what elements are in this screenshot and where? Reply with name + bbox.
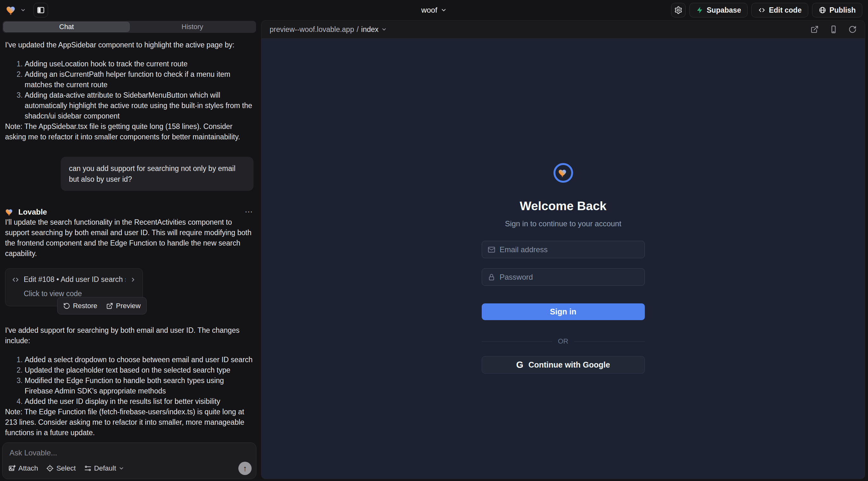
or-divider: OR [482, 337, 645, 345]
attach-image-icon [8, 464, 16, 472]
app-logo [554, 163, 573, 183]
supabase-button[interactable]: Supabase [689, 3, 748, 18]
toggle-sidebar-button[interactable] [33, 3, 48, 18]
preview-page[interactable]: index [361, 25, 379, 34]
select-label: Select [56, 464, 75, 473]
restore-icon [63, 302, 70, 310]
password-input[interactable] [500, 273, 639, 282]
restore-button[interactable]: Restore [63, 300, 97, 311]
sign-in-button[interactable]: Sign in [482, 303, 645, 320]
list-item: Adding useLocation hook to track the cur… [25, 59, 253, 69]
gear-icon [674, 6, 682, 14]
edit-code-button[interactable]: Edit code [751, 3, 808, 18]
globe-icon [819, 6, 826, 14]
password-field[interactable] [482, 268, 645, 286]
preview-url[interactable]: preview--woof.lovable.app [270, 25, 354, 34]
publish-label: Publish [830, 6, 856, 14]
chat-input[interactable] [9, 448, 249, 457]
supabase-icon [696, 6, 704, 14]
assistant-paragraph: I'll update the search functionality in … [5, 217, 253, 259]
google-g-icon: G [516, 360, 523, 370]
tab-history[interactable]: History [130, 22, 255, 32]
arrow-up-icon: ↑ [243, 463, 247, 473]
chat-panel: Chat History I've updated the AppSidebar… [0, 20, 258, 481]
chevron-down-icon [440, 7, 447, 13]
preview-iframe: Welcome Back Sign in to continue to your… [261, 38, 865, 479]
preview-button[interactable]: Preview [106, 300, 141, 311]
divider-line [482, 341, 553, 342]
project-switcher[interactable]: woof [421, 6, 447, 14]
user-message-bubble: can you add support for searching not on… [61, 157, 253, 191]
edit-card-actions: Restore Preview [57, 297, 147, 315]
top-bar: woof Supabase Edit code Publish [0, 0, 868, 20]
external-link-icon [106, 302, 113, 310]
list-item: Modified the Edge Function to handle bot… [25, 376, 253, 396]
tab-history-label: History [181, 23, 203, 31]
list-item: Added a select dropdown to choose betwee… [25, 355, 253, 365]
refresh-button[interactable] [848, 25, 857, 33]
divider-line [574, 341, 645, 342]
user-message-text: can you add support for searching not on… [69, 164, 236, 183]
assistant-paragraph: I've added support for searching by both… [5, 325, 253, 346]
google-label: Continue with Google [528, 360, 610, 370]
mobile-view-button[interactable] [830, 25, 838, 33]
tab-chat[interactable]: Chat [3, 22, 130, 32]
list-item: Adding data-active attribute to SidebarM… [25, 90, 253, 121]
chevron-down-icon [20, 7, 26, 13]
assistant-list: Adding useLocation hook to track the cur… [5, 59, 253, 121]
code-icon [758, 6, 766, 14]
assistant-note: Note: The Edge Function file (fetch-fire… [5, 407, 253, 438]
open-in-new-tab-button[interactable] [810, 25, 819, 33]
chevron-right-icon [130, 277, 136, 283]
project-title: woof [421, 6, 437, 14]
assistant-list: Added a select dropdown to choose betwee… [5, 355, 253, 407]
chat-history-tabs: Chat History [3, 21, 256, 33]
message-menu-button[interactable]: ⋯ [245, 207, 253, 217]
send-button[interactable]: ↑ [238, 462, 252, 475]
lovable-heart-icon [6, 4, 18, 16]
publish-button[interactable]: Publish [812, 3, 862, 18]
supabase-label: Supabase [707, 6, 741, 14]
composer[interactable]: Attach Select Default ↑ [2, 443, 256, 479]
heart-icon [558, 167, 569, 178]
code-icon [12, 276, 19, 284]
mail-icon [488, 246, 495, 253]
chevron-down-icon [381, 27, 387, 32]
assistant-note: Note: The AppSidebar.tsx file is getting… [5, 121, 253, 142]
or-label: OR [558, 337, 568, 345]
google-sign-in-button[interactable]: G Continue with Google [482, 356, 645, 374]
list-item: Adding an isCurrentPath helper function … [25, 69, 253, 90]
edit-code-label: Edit code [769, 6, 802, 14]
restore-label: Restore [73, 300, 97, 311]
preview-toolbar: preview--woof.lovable.app / index [261, 21, 865, 38]
assistant-paragraph: You can now search for users by either t… [5, 438, 253, 440]
email-field[interactable] [482, 241, 645, 258]
signin-form: Welcome Back Sign in to continue to your… [482, 163, 645, 479]
page-title: Welcome Back [520, 199, 607, 213]
settings-button[interactable] [671, 3, 686, 18]
chat-messages[interactable]: I've updated the AppSidebar component to… [0, 34, 258, 440]
list-item: Updated the placeholder text based on th… [25, 365, 253, 376]
attach-label: Attach [18, 464, 38, 473]
sliders-icon [84, 464, 92, 472]
select-target-icon [46, 464, 54, 472]
mode-selector[interactable]: Default [84, 464, 125, 473]
edit-card-title: Edit #108 • Add user ID search supp... [24, 274, 125, 285]
assistant-header: Lovable ⋯ [5, 207, 253, 217]
preview-panel: preview--woof.lovable.app / index W [261, 20, 865, 479]
lovable-logo-menu[interactable] [6, 4, 26, 16]
chevron-down-icon [119, 466, 124, 471]
assistant-name: Lovable [18, 207, 47, 217]
assistant-paragraph: I've updated the AppSidebar component to… [5, 40, 253, 50]
tab-chat-label: Chat [59, 23, 74, 31]
page-subtitle: Sign in to continue to your account [505, 219, 621, 228]
lock-icon [488, 274, 495, 281]
list-item: Added the user ID display in the results… [25, 396, 253, 407]
attach-button[interactable]: Attach [8, 464, 38, 473]
mode-label: Default [94, 464, 116, 473]
select-button[interactable]: Select [46, 464, 75, 473]
sign-in-label: Sign in [550, 307, 576, 316]
email-input[interactable] [500, 245, 639, 254]
path-separator: / [356, 25, 359, 34]
panel-left-icon [37, 6, 45, 14]
